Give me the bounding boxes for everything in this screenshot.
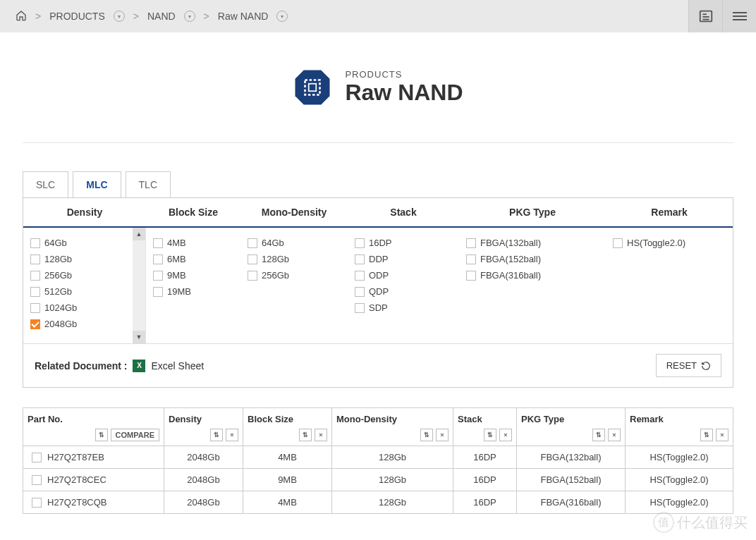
tab-tlc[interactable]: TLC bbox=[126, 171, 171, 197]
checkbox-icon bbox=[613, 238, 623, 248]
breadcrumb-dropdown-icon[interactable]: ▾ bbox=[276, 11, 288, 22]
svg-marker-4 bbox=[295, 70, 330, 105]
breadcrumb: > PRODUCTS ▾ > NAND ▾ > Raw NAND ▾ bbox=[16, 10, 288, 23]
cell-density: 2048Gb bbox=[164, 446, 243, 469]
filter-density-option[interactable]: 512Gb bbox=[29, 283, 140, 300]
checkbox-label: 4MB bbox=[167, 238, 186, 248]
row-checkbox[interactable] bbox=[32, 453, 42, 462]
breadcrumb-sep: > bbox=[204, 11, 209, 22]
filter-mono-option[interactable]: 64Gb bbox=[246, 235, 342, 251]
sort-button[interactable]: ⇅ bbox=[299, 429, 312, 441]
filter-density-option[interactable]: 256Gb bbox=[29, 267, 140, 283]
filter-density-option[interactable]: 128Gb bbox=[29, 251, 140, 267]
checkbox-label: 512Gb bbox=[44, 286, 72, 297]
checkbox-icon bbox=[355, 238, 365, 248]
checkbox-label: 256Gb bbox=[44, 270, 72, 281]
breadcrumb-rawnand[interactable]: Raw NAND bbox=[218, 11, 269, 22]
row-checkbox[interactable] bbox=[32, 498, 42, 508]
compare-button[interactable]: COMPARE bbox=[111, 429, 159, 441]
page-title: Raw NAND bbox=[345, 80, 463, 106]
checkbox-label: 256Gb bbox=[262, 270, 289, 281]
checkbox-label: 16DP bbox=[369, 238, 392, 248]
sort-button[interactable]: ⇅ bbox=[592, 429, 605, 441]
page-hero: PRODUCTS Raw NAND bbox=[0, 32, 756, 128]
cell-stack: 16DP bbox=[453, 446, 517, 469]
sort-button[interactable]: ⇅ bbox=[700, 429, 713, 441]
checkbox-label: 6MB bbox=[167, 254, 186, 264]
filter-pkg-option[interactable]: FBGA(152ball) bbox=[465, 251, 600, 267]
checkbox-label: ODP bbox=[369, 270, 389, 281]
part-number[interactable]: H27Q2T87EB bbox=[47, 452, 104, 462]
sort-button[interactable]: ⇅ bbox=[210, 429, 223, 441]
cell-pkg: FBGA(152ball) bbox=[517, 469, 626, 491]
filter-block-option[interactable]: 19MB bbox=[152, 283, 235, 300]
breadcrumb-nand[interactable]: NAND bbox=[147, 11, 176, 22]
sort-button[interactable]: ⇅ bbox=[420, 429, 433, 441]
remove-column-button[interactable]: × bbox=[436, 429, 449, 441]
cell-stack: 16DP bbox=[453, 491, 517, 514]
reset-button[interactable]: RESET bbox=[656, 354, 721, 377]
th-density: Density ⇅× bbox=[164, 408, 243, 446]
filter-stack-option[interactable]: DDP bbox=[353, 251, 453, 267]
filter-block-option[interactable]: 9MB bbox=[152, 267, 235, 283]
filter-remark-option[interactable]: HS(Toggle2.0) bbox=[611, 235, 727, 251]
scroll-down-button[interactable]: ▼ bbox=[133, 331, 145, 343]
table-row: H27Q2T8CQB2048Gb4MB128Gb16DPFBGA(316ball… bbox=[23, 491, 733, 514]
cell-mono: 128Gb bbox=[332, 469, 453, 491]
th-remark-label: Remark bbox=[630, 414, 664, 424]
checkbox-icon bbox=[30, 303, 40, 313]
filter-pkg-option[interactable]: FBGA(132ball) bbox=[465, 235, 600, 251]
filter-density-option[interactable]: 64Gb bbox=[29, 235, 140, 251]
divider bbox=[23, 142, 733, 143]
remove-column-button[interactable]: × bbox=[608, 429, 621, 441]
menu-icon[interactable] bbox=[722, 0, 756, 32]
filter-mono-option[interactable]: 256Gb bbox=[246, 267, 342, 283]
filter-stack-option[interactable]: 16DP bbox=[353, 235, 453, 251]
scroll-up-button[interactable]: ▲ bbox=[133, 228, 145, 240]
filter-stack-option[interactable]: SDP bbox=[353, 300, 453, 316]
filter-col-mono: 64Gb128Gb256Gb bbox=[240, 228, 348, 343]
checkbox-icon bbox=[466, 238, 476, 248]
checkbox-icon bbox=[153, 254, 163, 264]
filter-block-option[interactable]: 6MB bbox=[152, 251, 235, 267]
cell-block: 4MB bbox=[243, 446, 332, 469]
sort-button[interactable]: ⇅ bbox=[95, 429, 108, 441]
filter-stack-option[interactable]: ODP bbox=[353, 267, 453, 283]
part-number[interactable]: H27Q2T8CEC bbox=[47, 474, 106, 485]
checkbox-label: HS(Toggle2.0) bbox=[627, 238, 685, 248]
filter-mono-option[interactable]: 128Gb bbox=[246, 251, 342, 267]
remove-column-button[interactable]: × bbox=[716, 429, 728, 441]
remove-column-button[interactable]: × bbox=[499, 429, 512, 441]
cell-pkg: FBGA(316ball) bbox=[517, 491, 626, 514]
remove-column-button[interactable]: × bbox=[315, 429, 327, 441]
th-stack: Stack ⇅× bbox=[453, 408, 517, 446]
part-number[interactable]: H27Q2T8CQB bbox=[47, 497, 107, 508]
reset-label: RESET bbox=[666, 360, 697, 371]
filter-stack-option[interactable]: QDP bbox=[353, 283, 453, 300]
related-label: Related Document : bbox=[35, 360, 127, 372]
related-link[interactable]: Excel Sheet bbox=[151, 360, 204, 372]
breadcrumb-dropdown-icon[interactable]: ▾ bbox=[184, 11, 195, 22]
row-checkbox[interactable] bbox=[32, 475, 42, 485]
filter-col-pkg: FBGA(132ball)FBGA(152ball)FBGA(316ball) bbox=[459, 228, 606, 343]
tab-mlc[interactable]: MLC bbox=[73, 171, 121, 197]
filter-header-block: Block Size bbox=[146, 198, 240, 226]
filter-header-pkg: PKG Type bbox=[459, 198, 606, 226]
filter-block-option[interactable]: 4MB bbox=[152, 235, 235, 251]
breadcrumb-products[interactable]: PRODUCTS bbox=[49, 11, 105, 22]
filter-pkg-option[interactable]: FBGA(316ball) bbox=[465, 267, 600, 283]
remove-column-button[interactable]: × bbox=[226, 429, 238, 441]
cell-remark: HS(Toggle2.0) bbox=[626, 469, 733, 491]
sort-button[interactable]: ⇅ bbox=[484, 429, 496, 441]
checkbox-icon bbox=[153, 238, 163, 248]
tab-slc[interactable]: SLC bbox=[23, 171, 68, 197]
filter-density-option[interactable]: 1024Gb bbox=[29, 300, 140, 316]
filter-density-option[interactable]: 2048Gb bbox=[29, 316, 140, 332]
breadcrumb-dropdown-icon[interactable]: ▾ bbox=[114, 11, 125, 22]
results-table: Part No. ⇅ COMPARE Density ⇅× Block Size… bbox=[23, 407, 733, 514]
news-icon[interactable] bbox=[688, 0, 722, 32]
home-icon[interactable] bbox=[16, 10, 27, 23]
scrollbar-track[interactable] bbox=[133, 240, 145, 331]
refresh-icon bbox=[701, 361, 711, 371]
table-row: H27Q2T87EB2048Gb4MB128Gb16DPFBGA(132ball… bbox=[23, 446, 733, 469]
